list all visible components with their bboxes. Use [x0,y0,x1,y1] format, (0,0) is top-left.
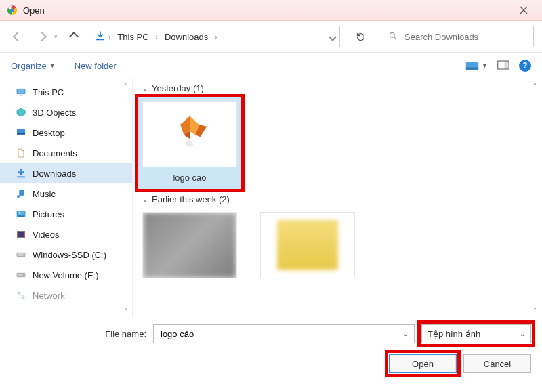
svg-rect-14 [17,231,18,237]
file-list[interactable]: ˄ ˅ ⌄Yesterday (1) logo cáo⌄Earlier this… [133,79,542,318]
toolbar: Organize ▼ New folder ▼ ? [0,52,542,79]
sidebar-item-windows-ssd-c-[interactable]: Windows-SSD (C:) [0,244,132,265]
network-icon [15,290,27,301]
window-close-button[interactable] [508,0,539,21]
svg-rect-6 [505,61,509,69]
3d-icon [15,107,27,118]
group-header[interactable]: ⌄Yesterday (1) [133,79,542,96]
sidebar-item-downloads[interactable]: Downloads [0,163,132,183]
music-icon [15,188,27,199]
organize-menu[interactable]: Organize ▼ [11,61,56,71]
sidebar-item-network[interactable]: Network [0,285,132,305]
svg-rect-21 [22,297,25,299]
pc-icon [15,87,27,97]
sidebar-item-label: Documents [33,148,77,158]
sidebar-item-label: Windows-SSD (C:) [33,250,106,260]
sidebar: ˄ ˅ This PC3D ObjectsDesktopDocumentsDow… [0,79,133,318]
sidebar-item-label: Desktop [33,128,65,138]
sidebar-item-label: Network [33,290,65,301]
open-button[interactable]: Open [389,354,457,373]
svg-rect-7 [17,89,25,93]
chevron-down-icon[interactable]: ⌄ [403,330,409,338]
sidebar-item-label: Pictures [33,209,64,219]
sidebar-item-3d-objects[interactable]: 3D Objects [0,102,132,123]
scroll-down-icon[interactable]: ˅ [125,307,128,315]
sidebar-item-label: New Volume (E:) [33,270,99,280]
new-folder-button[interactable]: New folder [75,61,117,71]
sidebar-item-videos[interactable]: Videos [0,224,132,244]
file-item[interactable] [255,207,360,291]
downloads-icon [15,168,27,179]
file-thumbnail [142,101,237,167]
breadcrumb-segment[interactable]: Downloads [161,30,212,43]
file-type-select[interactable]: Tệp hình ảnh ⌄ [421,324,531,343]
group-header-label: Yesterday (1) [152,83,204,93]
sidebar-item-documents[interactable]: Documents [0,143,132,163]
svg-point-17 [23,254,24,255]
sidebar-item-label: This PC [33,87,64,97]
videos-icon [15,229,27,240]
sidebar-item-label: Videos [33,230,60,240]
breadcrumb-dropdown[interactable] [330,32,335,42]
scroll-up-icon[interactable]: ˄ [533,82,537,89]
svg-point-19 [23,274,24,276]
file-name-label: File name: [11,329,146,339]
svg-rect-10 [17,133,25,135]
documents-icon [15,148,27,158]
view-mode-button[interactable]: ▼ [465,61,488,70]
chevron-down-icon: ⌄ [520,330,525,338]
file-thumbnail [142,212,237,278]
file-item[interactable]: logo cáo [137,96,243,190]
sidebar-item-desktop[interactable]: Desktop [0,123,132,143]
svg-rect-20 [18,292,21,294]
chevron-down-icon: ▼ [49,62,56,69]
nav-up-button[interactable] [64,27,83,46]
sidebar-item-music[interactable]: Music [0,183,132,204]
sidebar-item-this-pc[interactable]: This PC [0,82,132,102]
drive-icon [15,269,27,280]
svg-rect-8 [19,95,22,95]
bottom-panel: File name: ⌄ Tệp hình ảnh ⌄ Open Cancel [0,318,542,381]
chevron-down-icon: ⌄ [142,196,148,203]
svg-point-2 [390,32,394,37]
window-title: Open [23,5,45,16]
sidebar-item-label: Downloads [33,169,76,179]
nav-forward-button[interactable] [33,27,51,46]
organize-label: Organize [11,61,47,71]
main-area: ˄ ˅ This PC3D ObjectsDesktopDocumentsDow… [0,79,542,318]
nav-back-button[interactable] [8,27,27,46]
scroll-down-icon[interactable]: ˅ [533,307,537,315]
pictures-icon [15,209,27,219]
scroll-up-icon[interactable]: ˄ [125,82,128,89]
refresh-button[interactable] [350,26,371,47]
svg-point-12 [19,212,21,214]
chevron-right-icon: › [156,33,158,41]
titlebar: Open [0,0,542,21]
svg-marker-23 [180,116,190,135]
cancel-button-label: Cancel [484,359,511,369]
preview-pane-button[interactable] [497,60,509,72]
svg-rect-4 [466,68,478,70]
search-input[interactable] [403,31,526,43]
group-header[interactable]: ⌄Earlier this week (2) [133,190,542,207]
sidebar-item-pictures[interactable]: Pictures [0,204,132,224]
cancel-button[interactable]: Cancel [463,354,531,373]
search-icon [388,31,398,43]
sidebar-item-new-volume-e-[interactable]: New Volume (E:) [0,265,132,285]
search-box[interactable] [381,26,534,47]
breadcrumb[interactable]: › This PC › Downloads › [89,26,340,47]
help-button[interactable]: ? [519,60,531,72]
sidebar-item-label: 3D Objects [33,108,76,118]
breadcrumb-segment[interactable]: This PC [113,30,152,43]
nav-history-dropdown[interactable]: ▾ [54,33,58,40]
file-name-input[interactable] [159,328,403,340]
group-header-label: Earlier this week (2) [152,194,230,204]
downloads-glyph-icon [95,30,106,43]
file-name-field[interactable]: ⌄ [153,324,415,343]
open-button-label: Open [412,359,434,369]
chrome-icon [7,5,18,16]
svg-rect-15 [24,231,25,237]
chevron-right-icon: › [215,33,217,41]
chevron-down-icon: ⌄ [142,85,148,92]
file-item[interactable] [137,207,243,291]
